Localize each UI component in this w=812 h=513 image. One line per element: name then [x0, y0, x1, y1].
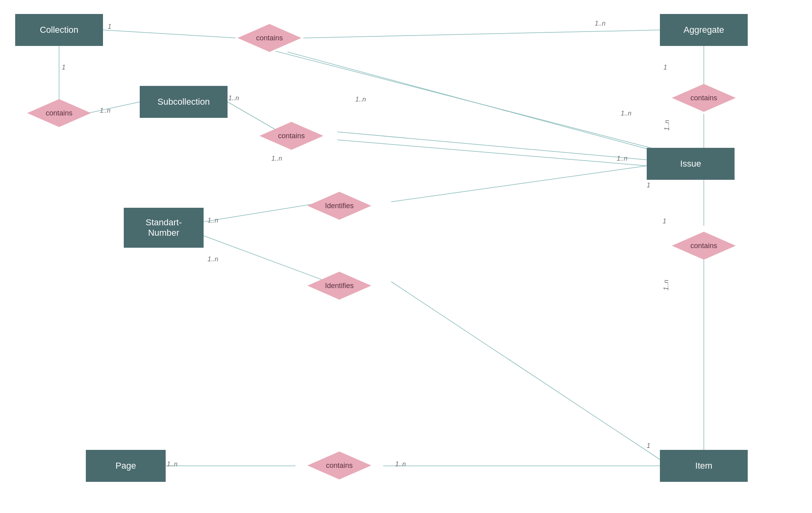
mult-sub-contains-mid: 1..n — [228, 95, 239, 102]
entity-subcollection: Subcollection — [140, 86, 228, 118]
diamond-identifies-top: Identifies — [303, 192, 375, 220]
entity-collection: Collection — [15, 14, 103, 46]
svg-line-10 — [275, 51, 651, 148]
mult-diag-issue: 1..n — [621, 110, 632, 117]
diamond-contains-page: contains — [303, 451, 375, 479]
diamond-contains-issue: contains — [668, 232, 740, 260]
entity-page: Page — [86, 450, 166, 482]
mult-contains-agg-down: 1..n — [663, 120, 671, 131]
svg-line-2 — [287, 52, 651, 150]
mult-std-identifies-top: 1..n — [208, 217, 218, 224]
mult-contains-issue-item: 1..n — [663, 280, 670, 290]
mult-contains-page-item: 1..n — [395, 461, 406, 468]
mult-issue-top: 1 — [647, 182, 650, 189]
mult-contains-left-sub: 1..n — [100, 107, 111, 114]
entity-issue: Issue — [647, 148, 735, 180]
mult-contains-mid-left: 1..n — [271, 155, 282, 162]
diamond-identifies-bot: Identifies — [303, 272, 375, 300]
svg-line-7 — [337, 140, 647, 166]
mult-std-identifies-bot: 1..n — [208, 256, 218, 263]
diamond-contains-top: contains — [234, 24, 305, 52]
mult-aggregate-down: 1 — [663, 64, 667, 71]
svg-line-6 — [337, 132, 647, 160]
svg-line-1 — [303, 30, 660, 38]
mult-contains-top-diag: 1..n — [355, 96, 366, 103]
entity-aggregate: Aggregate — [660, 14, 748, 46]
diamond-contains-mid: contains — [255, 122, 327, 150]
mult-issue-contains: 1 — [663, 218, 666, 225]
svg-line-0 — [103, 30, 236, 38]
diamond-contains-left: contains — [23, 99, 95, 127]
diamond-contains-aggregate: contains — [668, 84, 740, 112]
mult-page-contains: 1..n — [167, 461, 178, 468]
mult-collection-contains-top: 1 — [108, 23, 111, 30]
entity-item: Item — [660, 450, 748, 482]
entity-standart-number: Standart-Number — [124, 208, 204, 248]
svg-line-14 — [391, 166, 647, 202]
er-diagram: Collection Aggregate Subcollection Issue… — [0, 0, 812, 513]
svg-line-16 — [391, 282, 660, 459]
mult-collection-down: 1 — [62, 64, 65, 71]
mult-item-top: 1 — [647, 442, 650, 449]
mult-contains-top-aggregate: 1..n — [595, 20, 606, 27]
mult-contains-mid-right: 1..n — [617, 155, 628, 162]
